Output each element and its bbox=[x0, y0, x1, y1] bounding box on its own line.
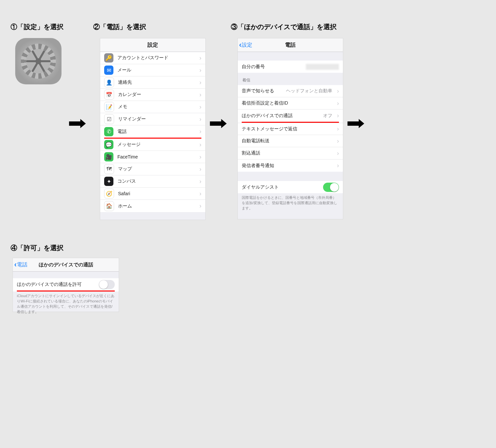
chevron-right-icon: › bbox=[199, 116, 201, 123]
row-label: マップ bbox=[118, 166, 132, 172]
row-label: 割込通話 bbox=[242, 150, 260, 156]
phone-settings-screen: ‹ 設定 電話 自分の番号 着信 音声で知らせる ヘッドフォンと自動車 › 着信… bbox=[237, 38, 343, 219]
chevron-right-icon: › bbox=[199, 141, 201, 148]
row-label: 電話 bbox=[117, 129, 127, 135]
row-label: メモ bbox=[118, 104, 127, 110]
settings-row-FaceTime[interactable]: 🎥FaceTime› bbox=[100, 151, 205, 163]
chevron-right-icon: › bbox=[199, 67, 201, 74]
back-button[interactable]: ‹ 設定 bbox=[238, 41, 252, 49]
chevron-right-icon: › bbox=[199, 190, 201, 197]
arrow-icon: ➡ bbox=[68, 114, 86, 132]
app-icon: ✆ bbox=[104, 127, 113, 136]
step4-title: ④「許可」を選択 bbox=[11, 244, 63, 252]
row-label: ほかのデバイスでの通話 bbox=[242, 113, 293, 119]
app-icon: 🎥 bbox=[104, 152, 113, 161]
settings-row-リマインダー[interactable]: ☑リマインダー› bbox=[100, 113, 205, 125]
arrow-icon: ➡ bbox=[346, 114, 365, 132]
respond-with-text-row[interactable]: テキストメッセージで返信 › bbox=[238, 123, 343, 135]
step3-title: ③「ほかのデバイスで通話」を選択 bbox=[231, 22, 337, 31]
chevron-right-icon: › bbox=[199, 55, 201, 62]
row-label: コンパス bbox=[117, 178, 136, 184]
settings-row-ホーム[interactable]: 🏠ホーム› bbox=[100, 200, 205, 212]
settings-row-電話[interactable]: ✆電話› bbox=[100, 125, 205, 138]
other-devices-screen: ‹ 電話 ほかのデバイスでの通話 ほかのデバイスでの通話を許可 iCloudアカ… bbox=[13, 258, 119, 312]
arrow-icon: ➡ bbox=[209, 114, 227, 132]
row-label: 連絡先 bbox=[118, 79, 132, 85]
app-icon: ✉ bbox=[104, 66, 113, 75]
my-number-value bbox=[306, 64, 339, 70]
app-icon: ☑ bbox=[104, 114, 114, 124]
row-value: ヘッドフォンと自動車 bbox=[286, 88, 332, 94]
row-label: Safari bbox=[118, 191, 130, 196]
row-value: オフ bbox=[323, 113, 332, 119]
other-devices-row[interactable]: ほかのデバイスでの通話 オフ › bbox=[238, 110, 343, 122]
call-forwarding-row[interactable]: 自動電話転送 › bbox=[238, 135, 343, 147]
row-label: 自動電話転送 bbox=[242, 138, 269, 144]
settings-row-カレンダー[interactable]: 📅カレンダー› bbox=[100, 89, 205, 101]
row-label: 自分の番号 bbox=[242, 64, 265, 70]
chevron-right-icon: › bbox=[199, 154, 201, 160]
dial-assist-toggle[interactable] bbox=[323, 183, 339, 192]
chevron-right-icon: › bbox=[337, 100, 339, 107]
back-label: 設定 bbox=[242, 42, 252, 49]
chevron-right-icon: › bbox=[199, 202, 201, 209]
settings-row-メモ[interactable]: 📝メモ› bbox=[100, 101, 205, 113]
chevron-right-icon: › bbox=[337, 162, 339, 169]
dial-assist-note: 国際電話をかけるときに、国番号と地域番号（市外局番）を追加/変換して、登録電話番… bbox=[238, 193, 343, 213]
settings-row-連絡先[interactable]: 👤連絡先› bbox=[100, 76, 205, 89]
app-icon: 📅 bbox=[104, 90, 114, 100]
chevron-right-icon: › bbox=[337, 88, 339, 95]
chevron-right-icon: › bbox=[199, 79, 201, 86]
call-blocking-row[interactable]: 着信拒否設定と着信ID › bbox=[238, 97, 343, 110]
settings-row-コンパス[interactable]: ✦コンパス› bbox=[100, 175, 205, 188]
chevron-right-icon: › bbox=[199, 166, 201, 173]
app-icon: ✦ bbox=[104, 177, 113, 186]
chevron-right-icon: › bbox=[337, 112, 339, 119]
app-icon: 📝 bbox=[104, 102, 114, 112]
app-icon: 🧭 bbox=[104, 189, 114, 199]
settings-row-アカウントとパスワード[interactable]: 🔑アカウントとパスワード› bbox=[100, 52, 205, 64]
app-icon: 👤 bbox=[104, 77, 114, 87]
nav-title: ほかのデバイスでの通話 bbox=[13, 262, 119, 268]
step1-title: ①「設定」を選択 bbox=[11, 22, 63, 31]
chevron-right-icon: › bbox=[337, 138, 339, 145]
allow-calls-toggle[interactable] bbox=[99, 280, 115, 289]
settings-row-マップ[interactable]: 🗺マップ› bbox=[100, 163, 205, 175]
row-label: ホーム bbox=[118, 203, 132, 209]
row-label: メッセージ bbox=[117, 142, 141, 148]
announce-calls-row[interactable]: 音声で知らせる ヘッドフォンと自動車 › bbox=[238, 85, 343, 97]
row-label: FaceTime bbox=[117, 154, 138, 159]
chevron-right-icon: › bbox=[199, 178, 201, 185]
call-waiting-row[interactable]: 割込通話 › bbox=[238, 147, 343, 159]
chevron-right-icon: › bbox=[337, 150, 339, 157]
settings-row-メール[interactable]: ✉メール› bbox=[100, 64, 205, 76]
nav-title: 設定 bbox=[100, 42, 205, 49]
section-header: 着信 bbox=[238, 73, 343, 85]
back-label: 電話 bbox=[17, 261, 27, 268]
row-label: カレンダー bbox=[118, 92, 141, 98]
row-label: アカウントとパスワード bbox=[117, 55, 168, 61]
chevron-left-icon: ‹ bbox=[14, 261, 17, 268]
back-button[interactable]: ‹ 電話 bbox=[13, 261, 27, 268]
row-label: 音声で知らせる bbox=[242, 88, 274, 94]
chevron-right-icon: › bbox=[337, 125, 339, 132]
settings-app-icon[interactable] bbox=[15, 38, 62, 84]
chevron-right-icon: › bbox=[199, 91, 201, 98]
app-icon: 💬 bbox=[104, 140, 113, 149]
nav-title: 電話 bbox=[238, 42, 343, 49]
allow-calls-row[interactable]: ほかのデバイスでの通話を許可 bbox=[13, 278, 119, 291]
row-label: 発信者番号通知 bbox=[242, 163, 274, 169]
chevron-right-icon: › bbox=[199, 104, 201, 111]
settings-row-メッセージ[interactable]: 💬メッセージ› bbox=[100, 139, 205, 151]
chevron-right-icon: › bbox=[199, 128, 201, 135]
allow-calls-note: iCloudアカウントにサインインしているデバイスが近くにありWi-Fiに接続さ… bbox=[13, 291, 119, 317]
app-icon: 🗺 bbox=[104, 164, 114, 174]
row-label: ほかのデバイスでの通話を許可 bbox=[17, 282, 82, 288]
row-label: 着信拒否設定と着信ID bbox=[242, 100, 288, 106]
caller-id-row[interactable]: 発信者番号通知 › bbox=[238, 159, 343, 172]
settings-row-Safari[interactable]: 🧭Safari› bbox=[100, 188, 205, 200]
gear-icon bbox=[21, 44, 56, 79]
my-number-row[interactable]: 自分の番号 bbox=[238, 61, 343, 73]
row-label: リマインダー bbox=[118, 116, 146, 122]
dial-assist-row[interactable]: ダイヤルアシスト bbox=[238, 181, 343, 193]
